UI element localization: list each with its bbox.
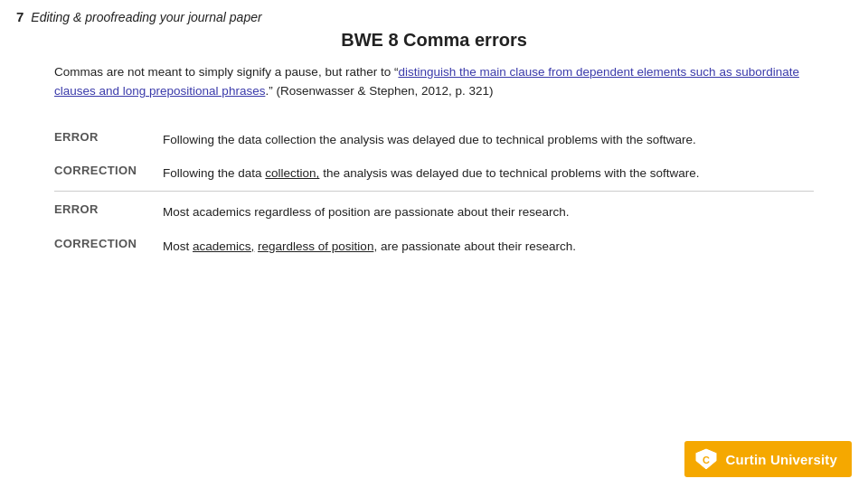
- correction-text-2: Most academics, regardless of position, …: [163, 237, 814, 257]
- bwe-title: BWE 8 Comma errors: [54, 30, 814, 51]
- error-row-1: ERROR Following the data collection the …: [54, 121, 814, 155]
- error-label-1: ERROR: [54, 130, 163, 144]
- correction-text-1: Following the data collection, the analy…: [163, 164, 814, 183]
- curtin-logo-icon: C: [693, 446, 719, 472]
- logo-area: C Curtin University: [684, 441, 852, 477]
- error-label-2: ERROR: [54, 202, 163, 216]
- intro-before-quote: Commas are not meant to simply signify a…: [54, 65, 398, 79]
- rows-section: ERROR Following the data collection the …: [54, 121, 814, 261]
- error-text-2: Most academics regardless of position ar…: [163, 202, 814, 222]
- divider-1: [54, 191, 814, 192]
- logo-text: Curtin University: [726, 452, 837, 467]
- page-header: 7 Editing & proofreading your journal pa…: [0, 0, 868, 30]
- error-row-2: ERROR Most academics regardless of posit…: [54, 193, 814, 228]
- correction-2-underline-2: regardless of position: [258, 239, 373, 253]
- intro-after-quote: .” (Rosenwasser & Stephen, 2012, p. 321): [265, 84, 493, 98]
- correction-1-underline: collection,: [265, 166, 319, 180]
- svg-text:C: C: [703, 455, 710, 465]
- intro-block: Commas are not meant to simply signify a…: [54, 63, 814, 101]
- page-number: 7: [16, 9, 24, 24]
- shield-icon: C: [693, 446, 719, 472]
- correction-label-1: CORRECTION: [54, 164, 163, 177]
- page-header-title: Editing & proofreading your journal pape…: [31, 10, 261, 24]
- correction-row-2: CORRECTION Most academics, regardless of…: [54, 228, 814, 262]
- correction-label-2: CORRECTION: [54, 237, 163, 250]
- main-content: BWE 8 Comma errors Commas are not meant …: [0, 30, 868, 261]
- error-text-1: Following the data collection the analys…: [163, 130, 814, 150]
- correction-row-1: CORRECTION Following the data collection…: [54, 155, 814, 189]
- correction-2-underline-1: academics,: [193, 239, 254, 253]
